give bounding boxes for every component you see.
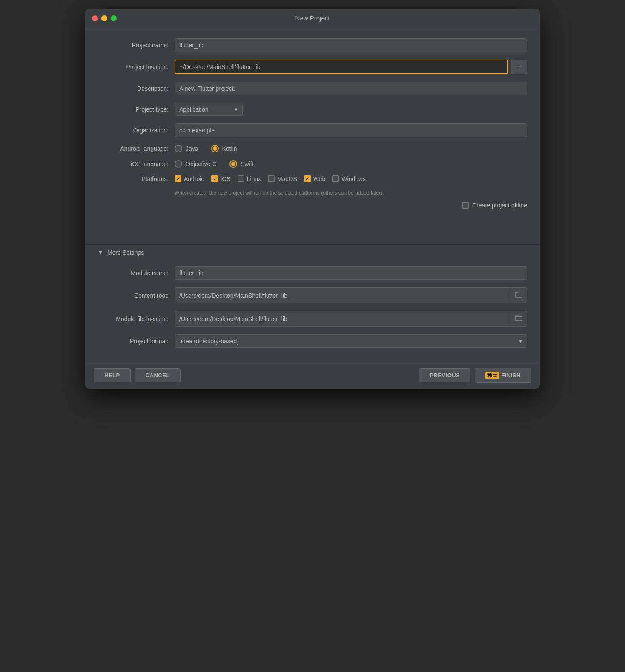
platforms-label: Platforms: [98, 175, 175, 182]
maximize-button[interactable] [111, 15, 117, 21]
form-body: Project name: Project location: ··· Desc… [85, 28, 540, 244]
project-location-input[interactable] [175, 60, 508, 74]
new-project-dialog: New Project Project name: Project locati… [85, 9, 540, 389]
platform-windows-option[interactable]: Windows [332, 175, 366, 182]
project-name-input[interactable] [175, 38, 527, 52]
project-format-row: Project format: .idea (directory-based) … [98, 334, 527, 348]
platform-macos-option[interactable]: MacOS [268, 175, 297, 182]
ios-objc-option[interactable]: Objective-C [175, 160, 217, 168]
checkmark-icon: ✓ [213, 177, 217, 181]
create-offline-checkbox[interactable] [462, 202, 469, 209]
platform-android-label: Android [184, 175, 204, 182]
android-java-radio[interactable] [175, 145, 182, 152]
android-kotlin-option[interactable]: Kotlin [211, 145, 237, 152]
ios-objc-radio[interactable] [175, 160, 182, 168]
spacer [98, 215, 527, 240]
ios-language-row: iOS language: Objective-C Swift [98, 160, 527, 168]
create-offline-row: Create project offline [98, 202, 527, 209]
more-settings-label: More Settings [107, 249, 144, 256]
platform-linux-option[interactable]: Linux [238, 175, 261, 182]
module-file-location-row: Module file location: [98, 311, 527, 327]
android-java-option[interactable]: Java [175, 145, 198, 152]
android-kotlin-radio-inner [213, 146, 217, 151]
organization-input[interactable] [175, 123, 527, 137]
platform-ios-label: iOS [221, 175, 230, 182]
platform-windows-checkbox[interactable] [332, 175, 339, 182]
project-type-row: Project type: Application Plugin Package… [98, 103, 527, 116]
android-kotlin-radio[interactable] [211, 145, 219, 152]
minimize-button[interactable] [101, 15, 107, 21]
project-type-label: Project type: [98, 106, 175, 113]
platform-ios-checkbox[interactable]: ✓ [211, 175, 218, 182]
android-language-group: Java Kotlin [175, 145, 527, 152]
module-file-location-input[interactable] [175, 313, 510, 325]
checkmark-icon: ✓ [176, 177, 180, 181]
module-name-row: Module name: [98, 266, 527, 280]
help-button[interactable]: HELP [94, 368, 131, 382]
footer-left: HELP CANCEL [94, 368, 181, 382]
dialog-title: New Project [295, 14, 330, 22]
svg-rect-1 [515, 316, 522, 321]
project-name-row: Project name: [98, 38, 527, 52]
content-root-row: Content root: [98, 287, 527, 303]
browse-button[interactable]: ··· [511, 60, 527, 74]
platform-android-option[interactable]: ✓ Android [175, 175, 204, 182]
description-input[interactable] [175, 82, 527, 95]
content-root-browse-button[interactable] [510, 288, 527, 303]
android-language-row: Android language: Java Kotlin [98, 145, 527, 152]
project-location-label: Project location: [98, 63, 175, 70]
platform-linux-checkbox[interactable] [238, 175, 244, 182]
platforms-hint: When created, the new project will run o… [175, 190, 527, 196]
ios-swift-radio-inner [231, 162, 235, 166]
create-offline-option[interactable]: Create project offline [462, 202, 527, 209]
description-label: Description: [98, 85, 175, 92]
finish-label: FINISH [501, 372, 521, 379]
project-location-row: Project location: ··· [98, 60, 527, 74]
ios-language-group: Objective-C Swift [175, 160, 527, 168]
content-root-input-wrapper [175, 287, 527, 303]
platform-linux-label: Linux [247, 175, 261, 182]
project-type-select[interactable]: Application Plugin Package Module [175, 103, 243, 116]
module-file-location-input-wrapper [175, 311, 527, 327]
platform-web-option[interactable]: ✓ Web [304, 175, 326, 182]
collapse-arrow-icon: ▼ [98, 250, 103, 256]
android-language-label: Android language: [98, 145, 175, 152]
ios-language-label: iOS language: [98, 161, 175, 167]
more-settings-header[interactable]: ▼ More Settings [85, 244, 540, 260]
close-button[interactable] [92, 15, 98, 21]
content-root-input[interactable] [175, 289, 510, 302]
cancel-button[interactable]: CANCEL [135, 368, 181, 382]
finish-badge: 稀土 [485, 372, 499, 379]
footer-right: PREVIOUS 稀土 FINISH [419, 368, 531, 383]
project-format-select[interactable]: .idea (directory-based) Eclipse (classic… [175, 334, 527, 348]
more-settings-body: Module name: Content root: Module file l… [85, 260, 540, 362]
platform-macos-checkbox[interactable] [268, 175, 275, 182]
finish-button[interactable]: 稀土 FINISH [475, 368, 531, 383]
description-row: Description: [98, 82, 527, 95]
module-name-label: Module name: [98, 270, 175, 276]
previous-button[interactable]: PREVIOUS [419, 368, 470, 382]
project-format-select-wrapper: .idea (directory-based) Eclipse (classic… [175, 334, 527, 348]
platform-web-checkbox[interactable]: ✓ [304, 175, 311, 182]
footer: HELP CANCEL PREVIOUS 稀土 FINISH [85, 362, 540, 389]
module-name-input[interactable] [175, 266, 527, 280]
ios-objc-label: Objective-C [186, 161, 217, 167]
project-name-label: Project name: [98, 42, 175, 49]
checkmark-icon: ✓ [305, 177, 309, 181]
module-file-location-browse-button[interactable] [510, 311, 527, 326]
platforms-row: Platforms: ✓ Android ✓ iOS Linux [98, 175, 527, 182]
android-java-label: Java [186, 145, 198, 152]
ios-swift-radio[interactable] [229, 160, 237, 168]
title-bar: New Project [85, 9, 540, 28]
platform-android-checkbox[interactable]: ✓ [175, 175, 181, 182]
location-wrapper: ··· [175, 60, 527, 74]
ios-swift-label: Swift [241, 161, 253, 167]
ios-swift-option[interactable]: Swift [229, 160, 253, 168]
platform-web-label: Web [313, 175, 326, 182]
svg-rect-0 [515, 293, 522, 297]
create-offline-label: Create project offline [472, 202, 527, 209]
window-controls [92, 15, 117, 21]
platform-ios-option[interactable]: ✓ iOS [211, 175, 230, 182]
android-kotlin-label: Kotlin [222, 145, 237, 152]
platform-macos-label: MacOS [277, 175, 297, 182]
